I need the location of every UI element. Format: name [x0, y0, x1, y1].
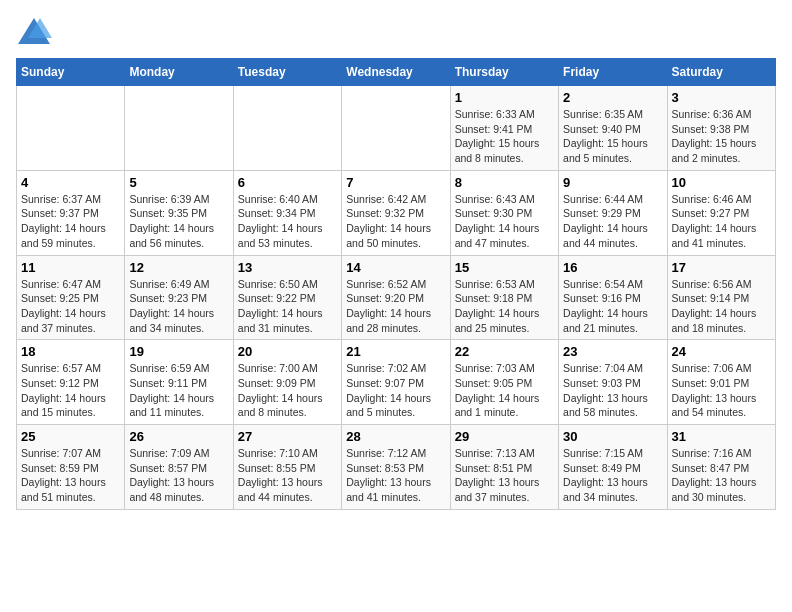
page-header — [16, 16, 776, 46]
day-info: Sunrise: 7:10 AM Sunset: 8:55 PM Dayligh… — [238, 446, 337, 505]
day-info: Sunrise: 7:12 AM Sunset: 8:53 PM Dayligh… — [346, 446, 445, 505]
calendar-header-sunday: Sunday — [17, 59, 125, 86]
day-number: 11 — [21, 260, 120, 275]
calendar-cell: 4Sunrise: 6:37 AM Sunset: 9:37 PM Daylig… — [17, 170, 125, 255]
day-info: Sunrise: 7:07 AM Sunset: 8:59 PM Dayligh… — [21, 446, 120, 505]
day-info: Sunrise: 6:52 AM Sunset: 9:20 PM Dayligh… — [346, 277, 445, 336]
logo — [16, 16, 58, 46]
day-number: 16 — [563, 260, 662, 275]
calendar-cell: 23Sunrise: 7:04 AM Sunset: 9:03 PM Dayli… — [559, 340, 667, 425]
day-info: Sunrise: 7:09 AM Sunset: 8:57 PM Dayligh… — [129, 446, 228, 505]
calendar-cell: 12Sunrise: 6:49 AM Sunset: 9:23 PM Dayli… — [125, 255, 233, 340]
day-number: 31 — [672, 429, 771, 444]
day-number: 6 — [238, 175, 337, 190]
day-info: Sunrise: 6:36 AM Sunset: 9:38 PM Dayligh… — [672, 107, 771, 166]
calendar-cell: 11Sunrise: 6:47 AM Sunset: 9:25 PM Dayli… — [17, 255, 125, 340]
day-info: Sunrise: 6:49 AM Sunset: 9:23 PM Dayligh… — [129, 277, 228, 336]
calendar-cell: 28Sunrise: 7:12 AM Sunset: 8:53 PM Dayli… — [342, 425, 450, 510]
calendar-cell: 5Sunrise: 6:39 AM Sunset: 9:35 PM Daylig… — [125, 170, 233, 255]
calendar-cell: 30Sunrise: 7:15 AM Sunset: 8:49 PM Dayli… — [559, 425, 667, 510]
day-number: 21 — [346, 344, 445, 359]
day-info: Sunrise: 7:03 AM Sunset: 9:05 PM Dayligh… — [455, 361, 554, 420]
calendar-cell: 9Sunrise: 6:44 AM Sunset: 9:29 PM Daylig… — [559, 170, 667, 255]
calendar-cell: 26Sunrise: 7:09 AM Sunset: 8:57 PM Dayli… — [125, 425, 233, 510]
calendar-week-row: 11Sunrise: 6:47 AM Sunset: 9:25 PM Dayli… — [17, 255, 776, 340]
calendar-header-saturday: Saturday — [667, 59, 775, 86]
calendar-cell: 2Sunrise: 6:35 AM Sunset: 9:40 PM Daylig… — [559, 86, 667, 171]
calendar-week-row: 25Sunrise: 7:07 AM Sunset: 8:59 PM Dayli… — [17, 425, 776, 510]
calendar-cell: 21Sunrise: 7:02 AM Sunset: 9:07 PM Dayli… — [342, 340, 450, 425]
day-number: 2 — [563, 90, 662, 105]
calendar-header-friday: Friday — [559, 59, 667, 86]
day-number: 12 — [129, 260, 228, 275]
day-info: Sunrise: 7:16 AM Sunset: 8:47 PM Dayligh… — [672, 446, 771, 505]
day-info: Sunrise: 7:13 AM Sunset: 8:51 PM Dayligh… — [455, 446, 554, 505]
calendar-cell: 13Sunrise: 6:50 AM Sunset: 9:22 PM Dayli… — [233, 255, 341, 340]
calendar-cell: 31Sunrise: 7:16 AM Sunset: 8:47 PM Dayli… — [667, 425, 775, 510]
calendar-cell: 6Sunrise: 6:40 AM Sunset: 9:34 PM Daylig… — [233, 170, 341, 255]
day-info: Sunrise: 7:00 AM Sunset: 9:09 PM Dayligh… — [238, 361, 337, 420]
day-info: Sunrise: 6:53 AM Sunset: 9:18 PM Dayligh… — [455, 277, 554, 336]
calendar-cell: 18Sunrise: 6:57 AM Sunset: 9:12 PM Dayli… — [17, 340, 125, 425]
day-info: Sunrise: 7:04 AM Sunset: 9:03 PM Dayligh… — [563, 361, 662, 420]
calendar-cell: 10Sunrise: 6:46 AM Sunset: 9:27 PM Dayli… — [667, 170, 775, 255]
calendar-cell: 1Sunrise: 6:33 AM Sunset: 9:41 PM Daylig… — [450, 86, 558, 171]
calendar-cell: 27Sunrise: 7:10 AM Sunset: 8:55 PM Dayli… — [233, 425, 341, 510]
calendar-cell — [342, 86, 450, 171]
calendar-week-row: 1Sunrise: 6:33 AM Sunset: 9:41 PM Daylig… — [17, 86, 776, 171]
day-number: 10 — [672, 175, 771, 190]
calendar-cell: 22Sunrise: 7:03 AM Sunset: 9:05 PM Dayli… — [450, 340, 558, 425]
calendar-cell — [17, 86, 125, 171]
day-number: 27 — [238, 429, 337, 444]
day-info: Sunrise: 6:37 AM Sunset: 9:37 PM Dayligh… — [21, 192, 120, 251]
calendar-week-row: 18Sunrise: 6:57 AM Sunset: 9:12 PM Dayli… — [17, 340, 776, 425]
calendar-header-tuesday: Tuesday — [233, 59, 341, 86]
day-info: Sunrise: 6:57 AM Sunset: 9:12 PM Dayligh… — [21, 361, 120, 420]
day-number: 7 — [346, 175, 445, 190]
day-info: Sunrise: 6:46 AM Sunset: 9:27 PM Dayligh… — [672, 192, 771, 251]
day-info: Sunrise: 6:47 AM Sunset: 9:25 PM Dayligh… — [21, 277, 120, 336]
day-number: 24 — [672, 344, 771, 359]
calendar-cell: 24Sunrise: 7:06 AM Sunset: 9:01 PM Dayli… — [667, 340, 775, 425]
day-info: Sunrise: 6:43 AM Sunset: 9:30 PM Dayligh… — [455, 192, 554, 251]
day-number: 25 — [21, 429, 120, 444]
day-number: 22 — [455, 344, 554, 359]
calendar-header-row: SundayMondayTuesdayWednesdayThursdayFrid… — [17, 59, 776, 86]
day-info: Sunrise: 6:56 AM Sunset: 9:14 PM Dayligh… — [672, 277, 771, 336]
day-info: Sunrise: 6:40 AM Sunset: 9:34 PM Dayligh… — [238, 192, 337, 251]
day-number: 28 — [346, 429, 445, 444]
day-number: 14 — [346, 260, 445, 275]
calendar-cell: 15Sunrise: 6:53 AM Sunset: 9:18 PM Dayli… — [450, 255, 558, 340]
day-info: Sunrise: 6:33 AM Sunset: 9:41 PM Dayligh… — [455, 107, 554, 166]
calendar-cell: 7Sunrise: 6:42 AM Sunset: 9:32 PM Daylig… — [342, 170, 450, 255]
day-number: 9 — [563, 175, 662, 190]
calendar-week-row: 4Sunrise: 6:37 AM Sunset: 9:37 PM Daylig… — [17, 170, 776, 255]
day-number: 5 — [129, 175, 228, 190]
day-number: 3 — [672, 90, 771, 105]
calendar-cell: 14Sunrise: 6:52 AM Sunset: 9:20 PM Dayli… — [342, 255, 450, 340]
day-number: 30 — [563, 429, 662, 444]
logo-icon — [16, 16, 52, 46]
day-info: Sunrise: 6:42 AM Sunset: 9:32 PM Dayligh… — [346, 192, 445, 251]
calendar-table: SundayMondayTuesdayWednesdayThursdayFrid… — [16, 58, 776, 510]
day-info: Sunrise: 6:44 AM Sunset: 9:29 PM Dayligh… — [563, 192, 662, 251]
calendar-cell: 25Sunrise: 7:07 AM Sunset: 8:59 PM Dayli… — [17, 425, 125, 510]
day-number: 8 — [455, 175, 554, 190]
calendar-cell: 19Sunrise: 6:59 AM Sunset: 9:11 PM Dayli… — [125, 340, 233, 425]
day-number: 29 — [455, 429, 554, 444]
day-info: Sunrise: 7:15 AM Sunset: 8:49 PM Dayligh… — [563, 446, 662, 505]
day-number: 4 — [21, 175, 120, 190]
day-number: 19 — [129, 344, 228, 359]
day-info: Sunrise: 7:06 AM Sunset: 9:01 PM Dayligh… — [672, 361, 771, 420]
calendar-cell: 8Sunrise: 6:43 AM Sunset: 9:30 PM Daylig… — [450, 170, 558, 255]
calendar-cell: 17Sunrise: 6:56 AM Sunset: 9:14 PM Dayli… — [667, 255, 775, 340]
calendar-header-thursday: Thursday — [450, 59, 558, 86]
day-number: 13 — [238, 260, 337, 275]
day-number: 1 — [455, 90, 554, 105]
calendar-cell — [125, 86, 233, 171]
day-number: 15 — [455, 260, 554, 275]
day-info: Sunrise: 6:39 AM Sunset: 9:35 PM Dayligh… — [129, 192, 228, 251]
calendar-cell: 29Sunrise: 7:13 AM Sunset: 8:51 PM Dayli… — [450, 425, 558, 510]
calendar-cell: 3Sunrise: 6:36 AM Sunset: 9:38 PM Daylig… — [667, 86, 775, 171]
calendar-header-monday: Monday — [125, 59, 233, 86]
